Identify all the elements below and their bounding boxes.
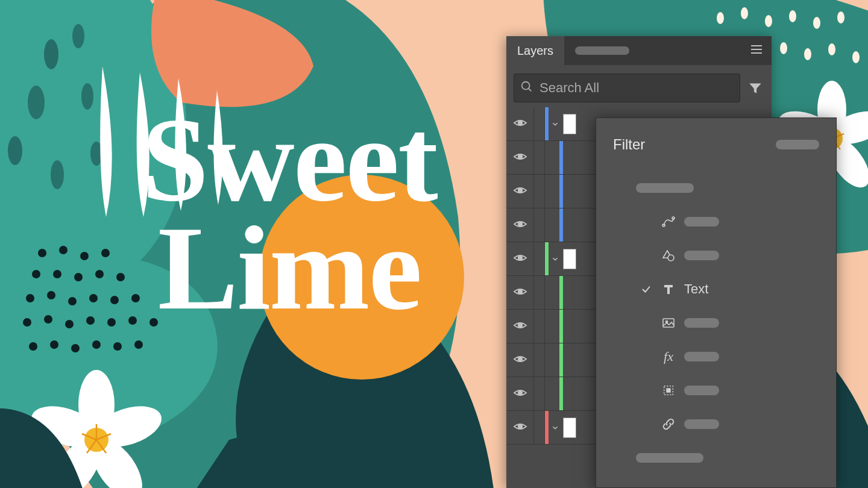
eye-icon [513, 386, 527, 402]
link-icon [660, 417, 677, 431]
image-icon [660, 316, 677, 330]
eye-icon [513, 352, 527, 369]
eye-icon [513, 116, 527, 133]
eye-icon [513, 183, 527, 200]
filter-option-text[interactable]: Text [613, 272, 819, 306]
layer-expand-toggle[interactable] [549, 424, 562, 432]
tab-secondary[interactable] [564, 36, 640, 65]
svg-point-36 [134, 340, 143, 349]
svg-point-5 [8, 136, 22, 165]
svg-line-73 [529, 89, 532, 92]
svg-point-81 [518, 357, 521, 360]
layer-visibility-toggle[interactable] [506, 242, 534, 275]
layers-search-input[interactable] [539, 80, 734, 96]
layer-color-bar [559, 141, 563, 174]
svg-point-24 [23, 318, 31, 327]
artwork-text: Sweet Lime [42, 102, 536, 325]
layer-lock-cell[interactable] [534, 377, 545, 410]
layer-lock-cell[interactable] [534, 411, 545, 444]
eye-icon [513, 318, 527, 335]
layer-lock-cell[interactable] [534, 343, 545, 377]
filter-button[interactable] [746, 79, 764, 97]
filter-popup-title: Filter [613, 136, 645, 153]
layer-visibility-toggle[interactable] [506, 310, 534, 343]
svg-point-72 [522, 82, 530, 90]
panel-tabs: Layers [506, 36, 772, 65]
svg-point-41 [813, 17, 820, 29]
filter-option-label-placeholder [684, 217, 719, 227]
svg-point-18 [26, 294, 34, 302]
svg-point-33 [71, 344, 80, 352]
svg-point-74 [518, 120, 521, 124]
svg-point-87 [668, 255, 674, 261]
text-icon [660, 282, 677, 296]
svg-point-44 [804, 48, 811, 60]
layer-color-bar [559, 343, 563, 377]
filter-option-label-placeholder [636, 183, 694, 193]
layer-lock-cell[interactable] [534, 175, 545, 208]
svg-point-78 [518, 255, 521, 259]
layer-visibility-toggle[interactable] [506, 377, 534, 410]
filter-option-path[interactable] [613, 205, 819, 239]
layer-color-bar [559, 208, 563, 242]
svg-point-37 [717, 12, 724, 24]
svg-point-42 [837, 11, 844, 23]
filter-popup: Filter Textfx [596, 117, 837, 488]
shape-icon [660, 248, 677, 263]
layer-visibility-toggle[interactable] [506, 276, 534, 309]
svg-point-80 [518, 323, 521, 327]
filter-group-header[interactable] [613, 441, 819, 475]
svg-rect-91 [666, 388, 670, 392]
layer-lock-cell[interactable] [534, 208, 545, 242]
layer-lock-cell[interactable] [534, 107, 545, 140]
layer-visibility-toggle[interactable] [506, 141, 534, 174]
filter-option-label: Text [684, 281, 708, 297]
svg-point-31 [29, 342, 37, 351]
svg-point-40 [789, 10, 796, 22]
layer-thumbnail [563, 249, 576, 269]
svg-point-79 [518, 289, 521, 293]
svg-point-34 [92, 340, 101, 349]
filter-reset-button[interactable] [776, 140, 819, 149]
filter-option-label-placeholder [684, 419, 719, 429]
fx-icon: fx [660, 349, 677, 364]
artwork-text-line2: Lime [42, 211, 536, 325]
layer-color-bar [559, 377, 563, 410]
svg-point-38 [741, 7, 748, 19]
filter-option-label-placeholder [684, 352, 719, 361]
layer-visibility-toggle[interactable] [506, 175, 534, 208]
eye-icon [513, 217, 527, 234]
filter-option-label-placeholder [684, 386, 719, 395]
filter-group-header[interactable] [613, 171, 819, 205]
layer-expand-toggle[interactable] [549, 120, 562, 128]
tab-layers[interactable]: Layers [506, 36, 564, 65]
filter-option-label-placeholder [684, 318, 719, 328]
select-icon [660, 384, 677, 397]
layer-visibility-toggle[interactable] [506, 343, 534, 377]
svg-point-1 [44, 39, 58, 69]
layer-visibility-toggle[interactable] [506, 107, 534, 140]
layer-visibility-toggle[interactable] [506, 411, 534, 444]
filter-option-link[interactable] [613, 407, 819, 441]
svg-point-83 [518, 424, 521, 428]
svg-point-2 [72, 24, 84, 48]
layer-lock-cell[interactable] [534, 141, 545, 174]
filter-option-image[interactable] [613, 306, 819, 340]
svg-point-39 [765, 15, 772, 27]
filter-option-fx[interactable]: fx [613, 340, 819, 374]
filter-option-label-placeholder [684, 251, 719, 260]
layer-lock-cell[interactable] [534, 242, 545, 275]
filter-option-shape[interactable] [613, 239, 819, 272]
eye-icon [513, 251, 527, 267]
layers-search[interactable] [514, 74, 740, 102]
search-icon [520, 80, 533, 96]
layer-expand-toggle[interactable] [549, 255, 562, 263]
svg-point-35 [113, 342, 122, 351]
filter-option-select[interactable] [613, 374, 819, 407]
layer-visibility-toggle[interactable] [506, 208, 534, 242]
svg-point-76 [518, 188, 521, 192]
panel-menu-button[interactable] [741, 44, 772, 57]
layer-lock-cell[interactable] [534, 310, 545, 343]
layer-lock-cell[interactable] [534, 276, 545, 309]
filter-option-label-placeholder [636, 453, 703, 463]
